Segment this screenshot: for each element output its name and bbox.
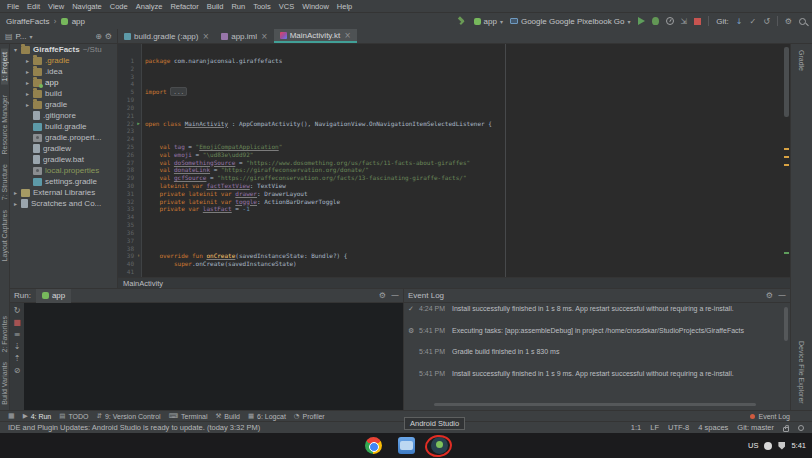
tab-mainactivity-kt[interactable]: MainActivity.kt×	[274, 29, 357, 43]
lock-icon[interactable]	[783, 427, 789, 432]
tool-window-button-profiler[interactable]: ◔Profiler	[294, 412, 325, 420]
status-1-1[interactable]: 1:1	[631, 423, 641, 432]
tab-app-iml[interactable]: app.iml×	[215, 29, 274, 43]
menu-run[interactable]: Run	[227, 2, 249, 11]
run-tab-app[interactable]: app	[36, 289, 71, 303]
warning-stripe-mark[interactable]	[784, 156, 789, 158]
profile-button[interactable]	[666, 17, 674, 25]
search-everywhere-icon[interactable]	[799, 18, 806, 25]
status-utf-8[interactable]: UTF-8	[668, 423, 689, 432]
tree-expand-icon[interactable]: ▸	[26, 57, 33, 64]
minimize-panel-icon[interactable]: —	[391, 291, 399, 300]
tree-expand-icon[interactable]: ▸	[14, 189, 21, 196]
menu-window[interactable]: Window	[298, 2, 333, 11]
tree-expand-icon[interactable]: ▸	[26, 68, 33, 75]
editor-code-area[interactable]: package com.naranjaconsal.giraffefactsim…	[142, 44, 790, 277]
event-log-content[interactable]: ✓4:24 PMInstall successfully finished in…	[408, 305, 780, 400]
tree-node-gradle[interactable]: ▸gradle	[10, 99, 117, 110]
notifications-icon[interactable]	[798, 425, 804, 431]
status-message[interactable]: IDE and Plugin Updates: Android Studio i…	[8, 423, 260, 432]
editor-scrollbar[interactable]	[784, 47, 789, 117]
debug-button[interactable]	[652, 17, 659, 25]
menu-help[interactable]: Help	[333, 2, 356, 11]
tree-node-gitignore[interactable]: .gitignore	[10, 110, 117, 121]
gutter-run-icon[interactable]: ▶	[137, 121, 140, 126]
panel-settings-icon[interactable]: ⚙	[766, 291, 773, 300]
menu-navigate[interactable]: Navigate	[68, 2, 106, 11]
menu-view[interactable]: View	[44, 2, 68, 11]
tree-node-settings-gradle[interactable]: settings.gradle	[10, 176, 117, 187]
tool-window-button-todo[interactable]: ▤TODO	[59, 412, 88, 420]
scroll-up-icon[interactable]: ⇡	[14, 354, 21, 363]
editor-gutter[interactable]: 1234519202122▶23242526272829303132333435…	[118, 44, 142, 277]
rerun-icon[interactable]: ↻	[14, 306, 21, 315]
menu-tools[interactable]: Tools	[249, 2, 275, 11]
tree-node-gradle[interactable]: ▸.gradle	[10, 55, 117, 66]
run-list-icon[interactable]: ≡	[14, 330, 21, 339]
status-4-spaces[interactable]: 4 spaces	[698, 423, 728, 432]
run-configuration-select[interactable]: app ▾	[474, 17, 503, 26]
attach-debugger-icon[interactable]: ⇲	[681, 17, 688, 26]
stop-icon[interactable]: ■	[13, 318, 21, 327]
git-revert-icon[interactable]: ↺	[763, 17, 770, 26]
project-view-select[interactable]: P...	[16, 32, 27, 41]
build-hammer-icon[interactable]	[457, 16, 467, 26]
tree-node-build[interactable]: ▸build	[10, 88, 117, 99]
status-git-master[interactable]: Git: master	[737, 423, 774, 432]
menu-code[interactable]: Code	[106, 2, 132, 11]
tray-status-icon[interactable]	[764, 442, 772, 450]
stop-button[interactable]	[694, 18, 701, 25]
tree-expand-icon[interactable]: ▸	[26, 90, 33, 97]
tree-expand-icon[interactable]: ▸	[26, 79, 33, 86]
menu-analyze[interactable]: Analyze	[132, 2, 167, 11]
clear-icon[interactable]: ⊘	[14, 366, 21, 375]
minimize-panel-icon[interactable]: —	[778, 291, 786, 300]
gutter-override-icon[interactable]: ↑	[137, 253, 140, 258]
tree-expand-icon[interactable]: ▾	[14, 46, 21, 53]
panel-settings-icon[interactable]: ⚙	[379, 291, 386, 300]
tool-window-button-7-structure[interactable]: 7: Structure	[1, 164, 8, 200]
tool-window-button-terminal[interactable]: ⌨Terminal	[169, 412, 208, 420]
tool-window-button-resource-manager[interactable]: Resource Manager	[1, 95, 8, 155]
close-tab-icon[interactable]: ×	[344, 31, 351, 40]
tool-window-button-2-favorites[interactable]: 2: Favorites	[1, 316, 8, 353]
code-editor[interactable]: 1234519202122▶23242526272829303132333435…	[118, 44, 790, 277]
menu-vcs[interactable]: VCS	[275, 2, 298, 11]
tree-node-local-properties[interactable]: local.properties	[10, 165, 117, 176]
tree-node-gradlew-bat[interactable]: gradlew.bat	[10, 154, 117, 165]
tool-window-button-6-logcat[interactable]: ▦6: Logcat	[248, 412, 286, 420]
menu-edit[interactable]: Edit	[23, 2, 44, 11]
keyboard-layout-indicator[interactable]: US	[748, 441, 758, 450]
tree-node-build-gradle[interactable]: build.gradle	[10, 121, 117, 132]
clock[interactable]: 5:41	[791, 441, 806, 450]
warning-stripe-mark[interactable]	[784, 148, 789, 150]
event-log-vertical-scrollbar[interactable]	[784, 307, 788, 341]
settings-gear-icon[interactable]: ⚙	[785, 17, 792, 26]
locate-file-icon[interactable]: ⊕	[95, 32, 102, 41]
panel-settings-icon[interactable]: ⚙	[105, 32, 112, 41]
chrome-taskbar-icon[interactable]	[365, 437, 382, 454]
tool-window-button-layout-captures[interactable]: Layout Captures	[1, 210, 8, 261]
breadcrumb-project[interactable]: GiraffeFacts	[6, 17, 49, 26]
tree-node-gradle-propert[interactable]: gradle.propert...	[10, 132, 117, 143]
tool-window-button-build-variants[interactable]: Build Variants	[1, 362, 8, 405]
tray-shield-icon[interactable]	[778, 442, 785, 450]
run-button[interactable]	[638, 17, 645, 25]
files-taskbar-icon[interactable]	[398, 437, 415, 454]
tree-node-idea[interactable]: ▸.idea	[10, 66, 117, 77]
git-commit-icon[interactable]: ✓	[749, 17, 756, 26]
event-log-button[interactable]: Event Log	[750, 413, 790, 420]
menu-build[interactable]: Build	[203, 2, 228, 11]
close-tab-icon[interactable]: ×	[202, 32, 209, 41]
tab-build-gradle-app[interactable]: build.gradle (:app)×	[118, 29, 215, 43]
tree-node-gradlew[interactable]: gradlew	[10, 143, 117, 154]
tree-node-scratches-and-co[interactable]: ▸Scratches and Co...	[10, 198, 117, 209]
status-lf[interactable]: LF	[650, 423, 659, 432]
event-log-horizontal-scrollbar[interactable]	[434, 403, 756, 406]
git-update-icon[interactable]: ↓	[736, 17, 743, 26]
project-tree-panel[interactable]: ▾GiraffeFacts~/Stu▸.gradle▸.idea▸app▸bui…	[10, 44, 118, 288]
tool-window-button-9-version-control[interactable]: ⇵9: Version Control	[97, 412, 161, 420]
close-tab-icon[interactable]: ×	[261, 32, 268, 41]
tree-node-giraffefacts[interactable]: ▾GiraffeFacts~/Stu	[10, 44, 117, 55]
tool-window-button-gradle[interactable]: Gradle	[798, 50, 805, 71]
